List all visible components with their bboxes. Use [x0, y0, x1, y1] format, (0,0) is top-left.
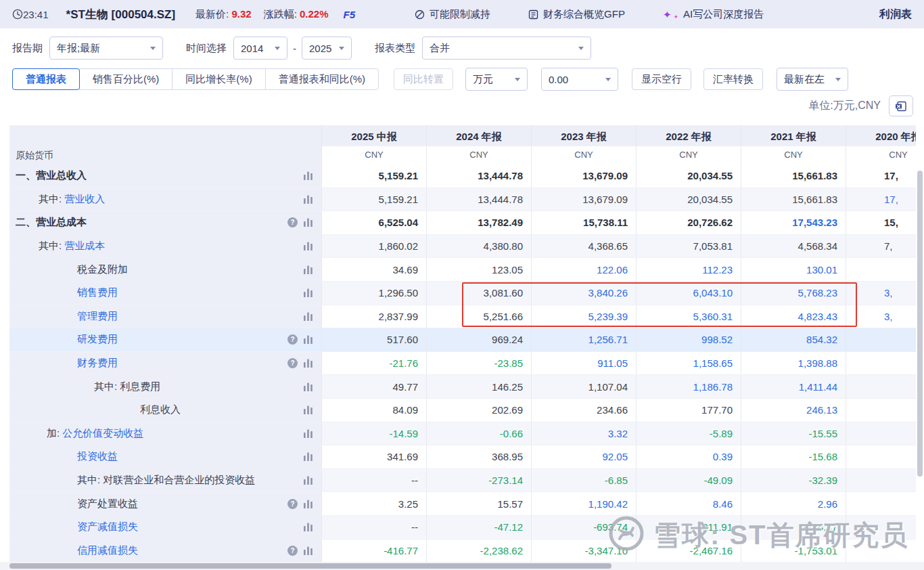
value-cell: 146.25 [426, 375, 531, 398]
value-cell[interactable]: 1,186.78 [636, 375, 741, 398]
bar-chart-icon[interactable] [304, 523, 313, 531]
value-cell[interactable]: 1,256.71 [531, 328, 636, 351]
value-cell[interactable]: 17, [846, 188, 916, 211]
row-label-cell: 一、营业总收入 [9, 165, 321, 188]
value-cell[interactable]: 92.05 [531, 445, 636, 468]
column-order-select[interactable]: 最新在左 [777, 68, 848, 91]
value-cell[interactable]: 112.23 [636, 258, 741, 281]
yoy-transpose-button: 同比转置 [394, 68, 453, 90]
fx-convert-button[interactable]: 汇率转换 [703, 68, 763, 90]
row-label[interactable]: 研发费用 [77, 333, 118, 346]
unit-select[interactable]: 万元 [465, 68, 528, 91]
show-empty-rows-button[interactable]: 显示空行 [632, 68, 691, 90]
table-row-investment-income: 投资收益341.69368.9592.050.39-15.68 [9, 445, 916, 469]
bar-chart-icon[interactable] [304, 288, 313, 297]
year-to-select[interactable]: 2025 [302, 37, 352, 60]
row-label[interactable]: 财务费用 [77, 357, 118, 370]
chevron-down-icon [835, 78, 841, 81]
value-cell[interactable]: 1,190.42 [531, 492, 636, 515]
value-cell: -- [321, 469, 426, 492]
help-icon[interactable]: ? [287, 217, 298, 227]
report-type-select[interactable]: 合并 [422, 37, 591, 60]
bar-chart-icon[interactable] [304, 405, 313, 414]
value-cell[interactable]: 246.13 [741, 399, 846, 422]
value-cell[interactable]: 1,158.65 [636, 352, 741, 375]
row-icon-group [304, 288, 313, 297]
report-view-tabs: 普通报表 销售百分比(%) 同比增长率(%) 普通报表和同比(%) [12, 68, 379, 90]
menu-restrict-reduction[interactable]: 可能限制减持 [415, 8, 490, 21]
value-cell[interactable]: 5,360.31 [636, 305, 741, 328]
bar-chart-icon[interactable] [304, 382, 313, 391]
vertical-scrollbar-thumb[interactable] [917, 171, 923, 477]
help-icon[interactable]: ? [287, 358, 298, 368]
value-cell: -49.09 [636, 469, 741, 492]
refresh-f5-button[interactable]: F5 [344, 9, 356, 20]
help-icon[interactable]: ? [287, 499, 298, 509]
row-label[interactable]: 资产减值损失 [77, 521, 138, 533]
bar-chart-icon[interactable] [304, 429, 313, 438]
ai-sparkle-icon: ✦ [663, 9, 672, 20]
row-label[interactable]: 信用减值损失 [77, 544, 138, 557]
row-label[interactable]: 投资收益 [77, 450, 118, 463]
row-label[interactable]: 营业收入 [64, 193, 105, 206]
bar-chart-icon[interactable] [304, 312, 313, 321]
ai-sparkle-small-icon: ✦ [673, 14, 678, 20]
value-cell[interactable]: 130.01 [741, 258, 846, 281]
bar-chart-icon[interactable] [304, 359, 313, 368]
bar-chart-icon[interactable] [304, 476, 313, 485]
export-excel-button[interactable] [889, 95, 913, 116]
row-label[interactable]: 公允价值变动收益 [62, 427, 143, 440]
bar-chart-icon[interactable] [304, 218, 313, 227]
latest-price-value: 9.32 [231, 8, 251, 20]
value-cell[interactable]: 4,823.43 [741, 305, 846, 328]
value-cell: -5.89 [636, 422, 741, 445]
bar-chart-icon[interactable] [304, 195, 313, 204]
value-cell[interactable]: 854.32 [741, 328, 846, 351]
decimal-select[interactable]: 0.00 [541, 68, 618, 91]
value-cell[interactable]: 911.05 [531, 352, 636, 375]
value-cell[interactable]: 5,239.39 [531, 305, 636, 328]
value-cell[interactable]: 3, [846, 305, 916, 328]
value-cell[interactable]: 1,398.88 [741, 352, 846, 375]
bar-chart-icon[interactable] [304, 171, 313, 180]
help-icon[interactable]: ? [287, 546, 298, 556]
help-icon[interactable]: ? [287, 334, 298, 345]
value-cell: 13,782.49 [426, 211, 531, 234]
row-label[interactable]: 销售费用 [77, 286, 118, 299]
value-cell[interactable]: 3,840.26 [531, 282, 636, 305]
value-cell[interactable]: 998.52 [636, 328, 741, 351]
value-cell[interactable]: 0.39 [636, 445, 741, 468]
value-cell[interactable]: 122.06 [531, 258, 636, 281]
tab-normal-and-yoy[interactable]: 普通报表和同比(%) [265, 68, 379, 90]
bar-chart-icon[interactable] [304, 335, 313, 344]
row-label[interactable]: 营业成本 [64, 240, 105, 253]
report-period-select[interactable]: 年报;最新 [49, 37, 163, 60]
row-label-prefix: 其中: [39, 240, 64, 253]
value-cell[interactable]: 5,768.23 [741, 282, 846, 305]
value-cell[interactable]: 1,411.44 [741, 375, 846, 398]
value-cell[interactable]: 6,043.10 [636, 282, 741, 305]
tab-normal-report[interactable]: 普通报表 [12, 68, 80, 90]
table-header-row: 2025 中报2024 年报2023 年报2022 年报2021 年报2020 … [9, 125, 916, 146]
value-cell[interactable]: 3.32 [531, 422, 636, 445]
bar-chart-icon[interactable] [304, 546, 313, 555]
menu-financial-overview[interactable]: 财务综合概览GFP [528, 8, 625, 21]
value-cell[interactable]: 2.96 [741, 492, 846, 515]
table-corner-cell [9, 125, 321, 146]
bar-chart-icon[interactable] [304, 500, 313, 508]
horizontal-scrollbar-thumb[interactable] [9, 563, 611, 569]
value-cell: 20,726.62 [636, 211, 741, 234]
tab-sales-percentage[interactable]: 销售百分比(%) [79, 68, 172, 90]
row-label[interactable]: 管理费用 [77, 310, 118, 323]
bar-chart-icon[interactable] [304, 452, 313, 461]
menu-ai-deep-report[interactable]: ✦ ✦ AI写公司深度报告 [663, 8, 764, 21]
row-label: 资产处置收益 [77, 498, 138, 510]
bar-chart-icon[interactable] [304, 265, 313, 274]
table-row-taxes-and-surcharges: 税金及附加34.69123.05122.06112.23130.01 [9, 258, 916, 282]
value-cell[interactable]: 17,543.23 [741, 211, 846, 234]
value-cell[interactable]: 8.46 [636, 492, 741, 515]
bar-chart-icon[interactable] [304, 242, 313, 250]
year-from-select[interactable]: 2014 [233, 37, 287, 60]
tab-yoy-growth[interactable]: 同比增长率(%) [172, 68, 265, 90]
value-cell[interactable]: 3, [846, 282, 916, 305]
